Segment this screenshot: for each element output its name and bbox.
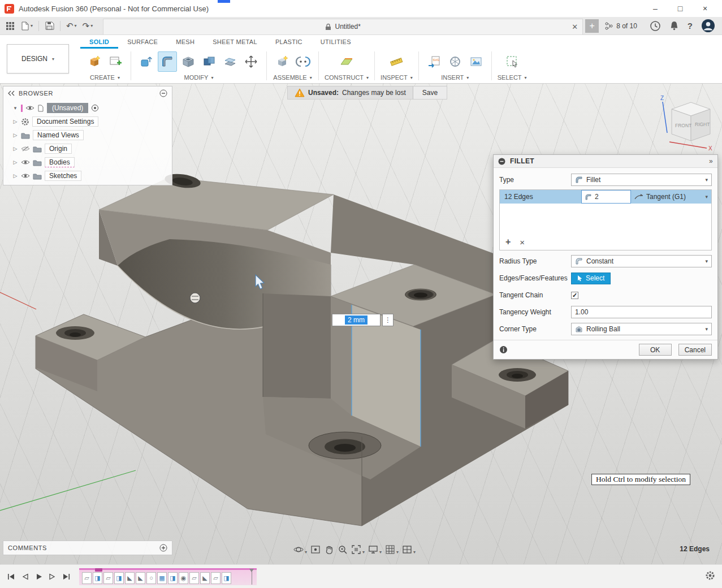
timeline-feature-extrude-icon[interactable]: ◨ [168, 572, 178, 584]
fillet-dialog-header[interactable]: FILLET » [494, 155, 717, 168]
visibility-eye-icon[interactable] [21, 172, 30, 179]
add-selection-button[interactable]: + [505, 237, 511, 247]
model-3d[interactable] [36, 172, 568, 526]
timeline-feature-circle-icon[interactable]: ○ [146, 572, 156, 584]
save-button[interactable] [42, 19, 57, 33]
timeline-feature-extrude-icon[interactable]: ◨ [222, 572, 231, 584]
look-at-button[interactable] [310, 544, 321, 555]
play-button[interactable] [35, 573, 42, 581]
browser-item-sketches[interactable]: ▷ Sketches [3, 169, 172, 183]
dimension-input[interactable]: 2 mm [332, 314, 381, 326]
collapse-panel-icon[interactable] [8, 90, 15, 96]
timeline-slider-handle[interactable] [95, 568, 102, 572]
version-status[interactable]: 8 of 10 [599, 21, 643, 31]
browser-item-named-views[interactable]: ▷ Named Views [3, 128, 172, 142]
edge-grip-widget[interactable] [190, 293, 200, 303]
step-back-button[interactable] [21, 573, 29, 581]
help-button[interactable]: ? [688, 21, 693, 31]
ok-button[interactable]: OK [639, 344, 672, 356]
expand-caret-icon[interactable]: ▷ [12, 173, 18, 179]
dialog-overflow-icon[interactable]: » [709, 157, 713, 165]
expand-caret-icon[interactable]: ▾ [12, 105, 18, 111]
timeline-feature-extrude-icon[interactable]: ◨ [93, 572, 102, 584]
info-icon[interactable] [499, 345, 508, 354]
tab-sheet-metal[interactable]: SHEET METAL [204, 35, 266, 49]
timeline-feature-chamfer-icon[interactable]: ◣ [200, 572, 210, 584]
select-edges-button[interactable]: Select [571, 273, 611, 284]
job-status-button[interactable] [650, 20, 661, 32]
group-construct-menu[interactable]: CONSTRUCT▾ [325, 74, 369, 81]
timeline-feature-chamfer-icon[interactable]: ◣ [125, 572, 135, 584]
display-settings-button[interactable]: ▾ [368, 544, 382, 555]
timeline-feature-sketch-icon[interactable]: ▱ [82, 572, 92, 584]
undo-button[interactable]: ↶▾ [64, 19, 79, 33]
tab-utilities[interactable]: UTILITIES [312, 35, 360, 49]
group-modify-menu[interactable]: MODIFY▾ [184, 74, 214, 81]
viewport[interactable]: BROWSER ▾ (Unsaved) ▷ Document Sett [0, 84, 722, 564]
shell-button[interactable] [179, 51, 198, 72]
create-sketch-button[interactable] [106, 51, 125, 72]
timeline-feature-sketch-icon[interactable]: ▱ [211, 572, 221, 584]
expand-caret-icon[interactable]: ▷ [12, 146, 18, 152]
insert-svg-button[interactable]: SVG [425, 51, 444, 72]
timeline-playhead[interactable] [249, 569, 254, 585]
combine-button[interactable] [200, 51, 219, 72]
tangency-weight-input[interactable] [571, 306, 712, 318]
visibility-eye-icon[interactable] [21, 159, 30, 166]
continuity-dropdown[interactable]: Tangent (G1) ▾ [631, 190, 711, 204]
root-item-label[interactable]: (Unsaved) [47, 103, 88, 113]
dimension-options-button[interactable]: ⋮ [382, 314, 394, 326]
timeline-settings-button[interactable] [705, 570, 715, 581]
timeline-feature-sketch-icon[interactable]: ▱ [189, 572, 199, 584]
timeline-track[interactable]: ▱◨▱◨◣◣○▦◨◉▱◣▱◨ [79, 568, 257, 585]
expand-caret-icon[interactable]: ▷ [12, 132, 18, 138]
remove-selection-button[interactable]: × [520, 237, 525, 247]
move-copy-button[interactable] [241, 51, 261, 72]
redo-button[interactable]: ↷▾ [80, 19, 96, 33]
file-menu-button[interactable]: ▾ [18, 19, 35, 33]
cancel-button[interactable]: Cancel [678, 344, 712, 356]
orbit-button[interactable]: ▾ [293, 544, 308, 555]
measure-button[interactable] [387, 51, 406, 72]
browser-item-bodies[interactable]: ▷ Bodies [3, 155, 172, 169]
view-cube[interactable]: Z FRONT RIGHT X [650, 92, 715, 152]
timeline-feature-extrude-icon[interactable]: ◨ [114, 572, 124, 584]
save-link[interactable]: Save [413, 87, 447, 99]
notifications-button[interactable] [669, 20, 679, 31]
document-tab[interactable]: Untitled* ✕ [103, 19, 583, 34]
new-tab-button[interactable]: + [585, 19, 599, 33]
group-assemble-menu[interactable]: ASSEMBLE▾ [273, 74, 312, 81]
expand-caret-icon[interactable]: ▷ [12, 119, 18, 124]
zoom-button[interactable] [337, 544, 348, 555]
insert-mesh-button[interactable] [446, 51, 465, 72]
new-component-button[interactable] [273, 51, 292, 72]
timeline-feature-sketch-icon[interactable]: ▱ [103, 572, 113, 584]
viewports-button[interactable]: ▾ [401, 544, 416, 555]
tab-plastic[interactable]: PLASTIC [266, 35, 312, 49]
step-forward-button[interactable] [49, 573, 56, 581]
maximize-button[interactable]: □ [668, 0, 693, 17]
minus-circle-icon[interactable] [159, 89, 167, 97]
group-select-menu[interactable]: SELECT▾ [498, 74, 527, 81]
tab-close-icon[interactable]: ✕ [572, 23, 578, 31]
timeline-feature-pattern-icon[interactable]: ▦ [157, 572, 167, 584]
group-insert-menu[interactable]: INSERT▾ [441, 74, 469, 81]
account-avatar[interactable] [701, 19, 715, 33]
browser-item-document-settings[interactable]: ▷ Document Settings [3, 115, 172, 128]
construct-plane-button[interactable] [337, 51, 356, 72]
tab-surface[interactable]: SURFACE [118, 35, 167, 49]
browser-item-origin[interactable]: ▷ Origin [3, 142, 172, 155]
timeline-feature-hole-icon[interactable]: ◉ [179, 572, 188, 584]
go-to-end-button[interactable] [62, 573, 71, 581]
fillet-tool-button[interactable] [158, 51, 177, 72]
close-button[interactable]: × [693, 0, 717, 17]
pan-button[interactable] [323, 544, 335, 555]
type-dropdown[interactable]: Fillet ▾ [571, 174, 712, 186]
select-tool-button[interactable] [503, 51, 522, 72]
group-inspect-menu[interactable]: INSPECT▾ [381, 74, 413, 81]
press-pull-button[interactable] [137, 51, 156, 72]
tangent-chain-checkbox[interactable]: ✓ [571, 292, 578, 299]
app-grid-button[interactable] [3, 19, 17, 33]
visibility-eye-icon[interactable] [25, 105, 34, 111]
radius-value-field[interactable]: 2 [581, 190, 631, 204]
